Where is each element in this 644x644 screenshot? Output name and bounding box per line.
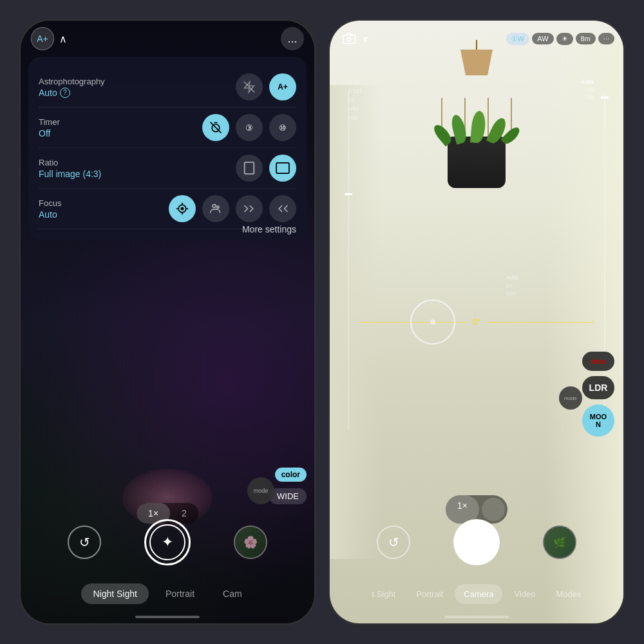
- right-mode-tabs: t Sight Portrait Camera Video Modes: [330, 584, 623, 604]
- mode-label: mode: [564, 395, 577, 401]
- focus-portrait-btn[interactable]: [202, 195, 229, 222]
- svg-rect-5: [276, 163, 289, 173]
- flip-camera-button[interactable]: ↺: [68, 526, 101, 559]
- gallery-thumbnail: 🌸: [235, 527, 266, 558]
- more-options-button[interactable]: ...: [281, 27, 304, 50]
- right-mode-small-badge[interactable]: mode: [559, 386, 582, 410]
- color-badge[interactable]: color: [275, 468, 307, 482]
- ratio-row: Ratio Full image (4:3): [39, 148, 296, 189]
- timer-3s-btn[interactable]: ③: [236, 114, 263, 141]
- focus-far-btn[interactable]: [269, 195, 296, 222]
- hanging-plant: [431, 98, 522, 188]
- tab-portrait-left[interactable]: Portrait: [154, 583, 206, 604]
- ai-label: A+: [37, 33, 48, 44]
- chevron-up-icon[interactable]: ∧: [59, 33, 67, 45]
- leaf-2: [450, 113, 469, 144]
- right-shutter-button[interactable]: [453, 519, 500, 565]
- more-label: ...: [287, 32, 297, 46]
- timer-off-btn[interactable]: [202, 114, 229, 141]
- settings-panel: Astrophotography Auto ? A+: [28, 57, 307, 240]
- ratio-portrait-btn[interactable]: [236, 155, 263, 182]
- af-auto: Auto: [506, 274, 518, 282]
- astro-flash-off-btn[interactable]: [236, 73, 263, 100]
- leica-badge[interactable]: leica: [582, 352, 614, 371]
- exp-1-161: 1/161: [348, 88, 363, 94]
- tab-night-sight[interactable]: Night Sight: [81, 583, 148, 604]
- right-top-icons: ①W AW ☀ 8m ···: [506, 33, 614, 45]
- ratio-landscape-btn[interactable]: [269, 155, 296, 182]
- focus-center: [430, 319, 435, 325]
- tab-portrait-right[interactable]: Portrait: [407, 584, 452, 604]
- mode-badge[interactable]: mode: [247, 477, 274, 504]
- focus-near-btn[interactable]: [236, 195, 263, 222]
- mode-pill-aw[interactable]: AW: [532, 33, 553, 44]
- level-line-right: [487, 322, 594, 323]
- astrophotography-row: Astrophotography Auto ? A+: [39, 67, 296, 108]
- astro-auto-label: A+: [278, 82, 288, 91]
- right-top-bar: ▾ ①W AW ☀ 8m ···: [330, 21, 623, 57]
- iso-values: Auto 100 200: [581, 79, 594, 100]
- right-chevron-down-icon[interactable]: ▾: [363, 33, 368, 44]
- plant-pot: [448, 137, 506, 188]
- svg-point-12: [213, 204, 216, 207]
- mode-pill-8m[interactable]: 8m: [576, 33, 596, 44]
- svg-point-7: [181, 207, 183, 209]
- tab-camera-right[interactable]: Camera: [455, 584, 502, 604]
- astrophotography-value: Auto ?: [39, 88, 105, 98]
- timer-3-label: ③: [245, 123, 253, 133]
- wide-badge[interactable]: WIDE: [269, 488, 307, 504]
- left-bottom-controls: ↺ ✦ 🌸: [21, 519, 314, 565]
- svg-rect-14: [343, 35, 355, 44]
- more-settings-button[interactable]: More settings: [242, 219, 296, 240]
- right-phone: ▾ ①W AW ☀ 8m ··· Auto 100 200 Auto 1/161…: [328, 19, 625, 625]
- right-flip-camera-button[interactable]: ↺: [377, 526, 410, 559]
- home-indicator-left: [135, 616, 200, 618]
- timer-10-label: ⑩: [279, 123, 287, 133]
- tab-modes-right[interactable]: Modes: [547, 584, 591, 604]
- right-top-left: ▾: [339, 28, 368, 49]
- left-mode-tabs: Night Sight Portrait Cam: [21, 583, 314, 604]
- astrophotography-label: Astrophotography: [39, 77, 105, 86]
- mode-pill-1w[interactable]: ①W: [506, 33, 529, 45]
- camera-settings-button[interactable]: [339, 28, 359, 49]
- moon-badge[interactable]: MOON: [582, 404, 614, 437]
- ratio-value: Full image (4:3): [39, 169, 101, 179]
- focus-auto-btn[interactable]: [169, 195, 196, 222]
- ratio-controls: [236, 155, 296, 182]
- astro-auto-btn[interactable]: A+: [269, 73, 296, 100]
- focus-label: Focus: [39, 198, 61, 208]
- right-mode-buttons: leica LDR MOON: [582, 352, 614, 437]
- shutter-inner: ✦: [149, 524, 185, 560]
- mode-pill-sun[interactable]: ☀: [556, 33, 573, 45]
- tab-video-right[interactable]: Video: [505, 584, 544, 604]
- leaf-3: [470, 110, 486, 144]
- svg-point-13: [217, 206, 219, 208]
- timer-10s-btn[interactable]: ⑩: [269, 114, 296, 141]
- tab-cam-left[interactable]: Cam: [211, 583, 254, 604]
- shutter-button[interactable]: ✦: [144, 519, 191, 565]
- astrophotography-info: Astrophotography Auto ?: [39, 77, 105, 98]
- astrophotography-controls: A+: [236, 73, 296, 100]
- tab-night-sight-right[interactable]: t Sight: [363, 584, 404, 604]
- gallery-button[interactable]: 🌸: [234, 526, 267, 559]
- right-gallery-button[interactable]: 🌿: [543, 526, 576, 559]
- focus-value: Auto: [39, 209, 61, 220]
- focus-indicator[interactable]: [410, 299, 455, 345]
- af-overlay: Auto Int. 500: [506, 274, 518, 298]
- right-zoom-circle[interactable]: [482, 498, 505, 521]
- exp-int: Int.: [348, 97, 363, 103]
- af-500: 500: [506, 290, 518, 298]
- ai-mode-button[interactable]: A+: [31, 27, 54, 50]
- exposure-slider-thumb: [345, 193, 352, 195]
- exposure-slider-track[interactable]: [348, 91, 349, 430]
- timer-value: Off: [39, 128, 60, 138]
- help-icon[interactable]: ?: [60, 88, 70, 98]
- iso-slider-thumb: [601, 97, 609, 99]
- exp-1-64: 1/64: [348, 106, 363, 112]
- timer-label: Timer: [39, 117, 60, 127]
- level-value: 0°: [473, 317, 480, 327]
- right-bottom-controls: ↺ 🌿: [330, 519, 623, 565]
- ldr-badge[interactable]: LDR: [582, 376, 614, 399]
- mode-pill-more[interactable]: ···: [598, 33, 614, 44]
- iso-200: 200: [584, 94, 594, 100]
